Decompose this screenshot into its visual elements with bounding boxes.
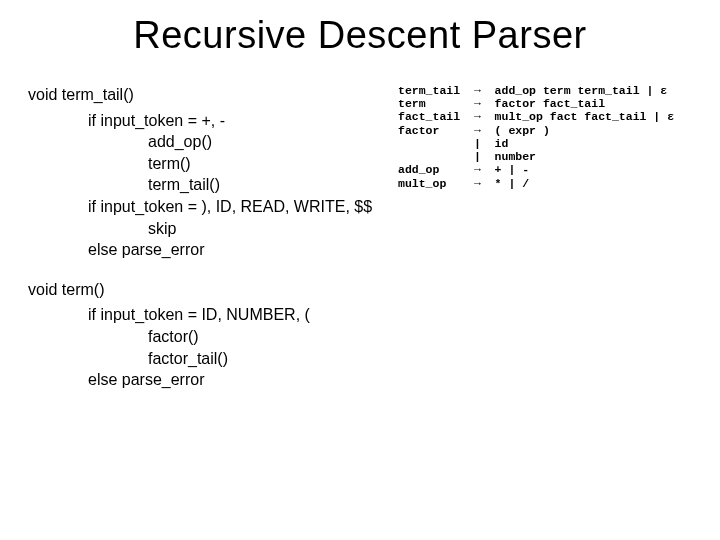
code-line: skip — [28, 218, 372, 240]
fn-term-sig: void term() — [28, 279, 372, 301]
code-line: term_tail() — [28, 174, 372, 196]
code-line: if input_token = ID, NUMBER, ( — [28, 304, 372, 326]
code-line: add_op() — [28, 131, 372, 153]
code-line: else parse_error — [28, 239, 372, 261]
code-line: factor() — [28, 326, 372, 348]
code-line: if input_token = ), ID, READ, WRITE, $$ — [28, 196, 372, 218]
pseudocode-block: void term_tail() if input_token = +, - a… — [28, 84, 372, 391]
grammar-block: term_tail → add_op term term_tail | ε te… — [398, 84, 674, 190]
code-line: term() — [28, 153, 372, 175]
code-line: factor_tail() — [28, 348, 372, 370]
fn-term-tail-sig: void term_tail() — [28, 84, 372, 106]
code-line: if input_token = +, - — [28, 110, 372, 132]
slide-title: Recursive Descent Parser — [0, 0, 720, 57]
code-line: else parse_error — [28, 369, 372, 391]
